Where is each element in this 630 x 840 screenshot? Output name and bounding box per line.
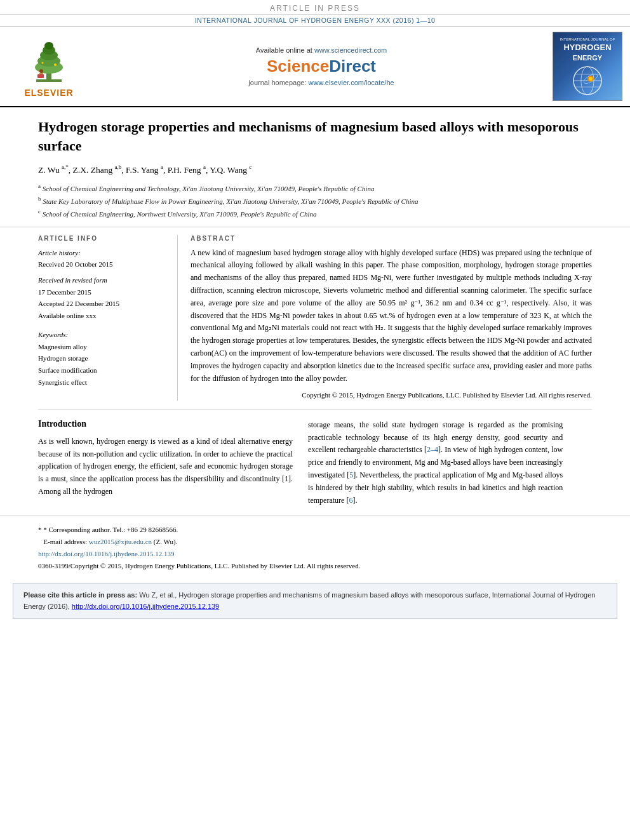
footer-notes: * * Corresponding author. Tel.: +86 29 8… <box>0 516 630 577</box>
svg-point-7 <box>39 69 43 73</box>
citation-bar: Please cite this article in press as: Wu… <box>13 583 617 619</box>
ref-5-link[interactable]: 5 <box>349 470 353 479</box>
abstract-col: ABSTRACT A new kind of magnesium based h… <box>191 235 592 401</box>
received-date: Received 20 October 2015 <box>38 258 167 270</box>
sciencedirect-logo: ScienceDirect <box>267 57 376 76</box>
body-content-section: Introduction As is well known, hydrogen … <box>0 419 630 507</box>
accepted-date: Accepted 22 December 2015 <box>38 298 167 310</box>
keywords-label: Keywords: <box>38 331 167 338</box>
issn-copyright: 0360-3199/Copyright © 2015, Hydrogen Ene… <box>38 560 592 572</box>
elsevier-label: ELSEVIER <box>24 88 73 98</box>
ref-6-link[interactable]: 6 <box>349 496 352 505</box>
ref-2-4-link[interactable]: 2–4 <box>427 445 438 454</box>
authors-line: Z. Wu a,*, Z.X. Zhang a,b, F.S. Yang a, … <box>38 164 592 175</box>
keyword-3: Surface modification <box>38 364 167 377</box>
citation-doi-link[interactable]: http://dx.doi.org/10.1016/j.ijhydene.201… <box>72 603 219 610</box>
keyword-1: Magnesium alloy <box>38 341 167 353</box>
affiliations: a School of Chemical Engineering and Tec… <box>38 182 592 220</box>
journal-homepage-link[interactable]: www.elsevier.com/locate/he <box>309 79 394 86</box>
journal-bar: INTERNATIONAL JOURNAL OF HYDROGEN ENERGY… <box>0 15 630 27</box>
article-in-press-banner: ARTICLE IN PRESS <box>0 0 630 15</box>
header-middle: Available online at www.sciencedirect.co… <box>97 32 546 101</box>
article-main-title: Hydrogen storage properties and mechanis… <box>38 117 592 155</box>
body-left-col: Introduction As is well known, hydrogen … <box>38 419 293 507</box>
revised-label: Received in revised form <box>38 274 167 286</box>
elsevier-logo-area: ELSEVIER <box>8 32 90 101</box>
keyword-2: Hydrogen storage <box>38 352 167 364</box>
abstract-copyright: Copyright © 2015, Hydrogen Energy Public… <box>191 390 592 401</box>
intro-paragraph-1: As is well known, hydrogen energy is vie… <box>38 436 293 498</box>
intro-paragraph-2: storage means, the solid state hydrogen … <box>308 419 563 507</box>
section-divider <box>38 410 592 410</box>
introduction-heading: Introduction <box>38 419 293 429</box>
email-line: E-mail address: wuz2015@xjtu.edu.cn (Z. … <box>38 536 592 548</box>
keyword-4: Synergistic effect <box>38 377 167 389</box>
article-info-abstract-section: ARTICLE INFO Article history: Received 2… <box>0 235 630 401</box>
article-title-section: Hydrogen storage properties and mechanis… <box>0 107 630 227</box>
svg-point-11 <box>42 62 44 64</box>
journal-homepage: journal homepage: www.elsevier.com/locat… <box>248 79 394 86</box>
doi-link[interactable]: http://dx.doi.org/10.1016/j.ijhydene.201… <box>38 550 175 557</box>
svg-point-18 <box>589 77 593 81</box>
affiliation-a: a School of Chemical Engineering and Tec… <box>38 185 374 192</box>
doi-line: http://dx.doi.org/10.1016/j.ijhydene.201… <box>38 548 592 560</box>
article-history-block: Article history: Received 20 October 201… <box>38 247 167 322</box>
elsevier-tree-icon <box>17 34 81 85</box>
article-info-header: ARTICLE INFO <box>38 235 167 242</box>
email-link[interactable]: wuz2015@xjtu.edu.cn <box>89 538 152 545</box>
available-online: Available online xxx <box>38 310 167 322</box>
available-online-text: Available online at www.sciencedirect.co… <box>256 46 387 54</box>
journal-cover-title: International Journal of HYDROGEN ENERGY <box>560 36 615 62</box>
email-person: (Z. Wu). <box>154 538 178 545</box>
abstract-header: ABSTRACT <box>191 235 592 242</box>
svg-rect-9 <box>37 74 44 78</box>
revised-date: 17 December 2015 <box>38 286 167 298</box>
svg-point-6 <box>44 42 53 50</box>
corresponding-text: * Corresponding author. Tel.: +86 29 826… <box>43 526 178 533</box>
sciencedirect-url[interactable]: www.sciencedirect.com <box>314 46 387 54</box>
corresponding-star: * <box>38 526 43 533</box>
email-label: E-mail address: <box>43 538 87 545</box>
affiliation-c: c School of Chemical Engineering, Northw… <box>38 210 317 218</box>
body-right-col: storage means, the solid state hydrogen … <box>308 419 563 507</box>
svg-rect-1 <box>36 79 62 82</box>
top-header: ELSEVIER Available online at www.science… <box>0 27 630 107</box>
svg-point-10 <box>54 63 57 66</box>
history-label: Article history: <box>38 247 167 259</box>
keywords-block: Keywords: Magnesium alloy Hydrogen stora… <box>38 331 167 389</box>
journal-cover-globe-icon <box>572 65 603 97</box>
article-info-col: ARTICLE INFO Article history: Received 2… <box>38 235 178 401</box>
journal-cover: International Journal of HYDROGEN ENERGY <box>553 32 622 101</box>
abstract-text: A new kind of magnesium based hydrogen s… <box>191 247 592 385</box>
affiliation-b: b State Key Laboratory of Multiphase Flo… <box>38 197 418 205</box>
corresponding-note: * * Corresponding author. Tel.: +86 29 8… <box>38 524 592 536</box>
